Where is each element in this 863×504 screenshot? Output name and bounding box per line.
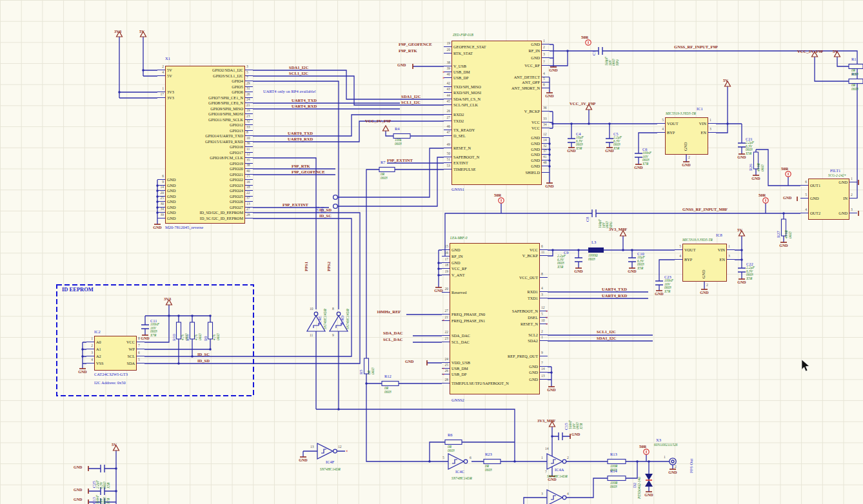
comment: 0R 0603 — [368, 367, 375, 374]
net-label[interactable]: 50R — [494, 193, 501, 197]
comment: 0R 0603 — [851, 84, 858, 91]
designator[interactable]: M20-7812045_reverse — [165, 226, 203, 230]
designator[interactable]: D2 — [633, 483, 637, 488]
net-label[interactable]: PPS2 — [326, 262, 331, 271]
net-label[interactable]: UART4_TXD — [292, 98, 317, 102]
net-label[interactable]: SDA1_I2C — [289, 65, 308, 70]
net-label[interactable]: SDA1_I2C — [597, 336, 616, 340]
comment: 4.7k 0603 — [195, 333, 202, 340]
designator[interactable]: IC4A — [555, 468, 564, 472]
net-label[interactable]: 50R — [581, 35, 588, 39]
junction-dot — [365, 382, 368, 385]
designator[interactable]: IC4F — [326, 460, 334, 465]
designator[interactable]: R9 — [204, 336, 208, 341]
error-marker: × — [442, 76, 444, 80]
comment: 10µF 6.3V 0603 X5R — [637, 256, 645, 271]
gnd-label: GND — [567, 149, 575, 153]
net-label[interactable]: 10MHz_REF — [377, 309, 401, 314]
net-label[interactable]: GNSS_RF_INPUT_F9P — [674, 44, 718, 49]
designator[interactable]: R4 — [395, 127, 400, 131]
net-label[interactable]: ID_SC — [197, 352, 210, 356]
designator[interactable]: IC4C — [455, 470, 464, 474]
gnd-label: GND — [605, 149, 613, 153]
designator[interactable]: R23 — [485, 452, 492, 457]
designator[interactable]: C1 — [592, 50, 597, 55]
junction-dot — [81, 348, 84, 351]
net-label[interactable]: F9P_RTK — [399, 48, 417, 53]
junction-dot — [577, 249, 580, 251]
gnd-label: GND — [737, 155, 746, 159]
designator[interactable]: TP2 — [315, 206, 320, 213]
comment: 49.9R 0603 — [757, 163, 764, 171]
net-label[interactable]: GNSS_RF_INPUT_M8F — [682, 207, 728, 211]
net-label[interactable]: ID_SC — [319, 213, 332, 218]
net-label[interactable]: F9P_GEOFENCE — [399, 42, 432, 46]
pin-number: 4 — [567, 492, 569, 496]
designator[interactable]: X3 — [656, 438, 661, 443]
power-port-label: 5V — [737, 228, 742, 232]
designator[interactable]: IC2 — [94, 330, 101, 334]
designator[interactable]: L3 — [591, 240, 596, 245]
net-label[interactable]: SDA1_I2C — [401, 94, 421, 99]
junction-dot — [551, 249, 554, 251]
designator[interactable]: R6 — [448, 433, 453, 438]
net-label[interactable]: ID_SD — [197, 358, 210, 363]
net-label[interactable]: SCL1_I2C — [289, 71, 308, 75]
net-label[interactable]: UART0_RXD — [288, 137, 313, 141]
comment: 1000Ω 0603 — [588, 254, 598, 261]
power-port-icon[interactable] — [620, 231, 626, 236]
wire-layer — [0, 0, 863, 504]
gnd-label: GND — [668, 470, 677, 474]
net-label[interactable]: UART4_TXD — [602, 287, 627, 291]
designator[interactable]: GNSS1 — [451, 188, 464, 192]
error-marker: × — [546, 322, 548, 326]
power-port-icon[interactable] — [383, 126, 389, 131]
junction-dot — [588, 122, 590, 125]
net-label[interactable]: F9P_GEOFENCE — [292, 170, 325, 174]
schematic-canvas[interactable]: 3GPIO2/SDA1_I2C5GPIO3/SCL1_I2C7GPIO429GP… — [0, 0, 863, 504]
net-label[interactable]: F9P_RTK — [292, 164, 310, 168]
designator[interactable]: TP1 — [321, 206, 325, 213]
net-label[interactable]: 50R — [781, 166, 788, 171]
net-label[interactable]: PPS1 — [304, 262, 308, 271]
net-label[interactable]: UART4_RXD — [602, 293, 627, 298]
gnd-label: GND — [634, 166, 642, 170]
designator[interactable]: R27 — [777, 231, 781, 238]
net-label[interactable]: F9P_EXTINT — [283, 202, 308, 207]
gnd-label: GND — [74, 488, 82, 492]
net-label[interactable]: SDA_DAC — [383, 331, 403, 335]
gnd-label: GND — [549, 68, 557, 72]
net-label[interactable]: 50R — [759, 193, 766, 197]
designator[interactable]: R7 — [381, 160, 386, 165]
junction-dot — [631, 249, 633, 251]
designator[interactable]: R12 — [384, 374, 392, 379]
net-label[interactable]: 50R — [639, 444, 646, 449]
junction-dot — [782, 212, 785, 215]
designator[interactable]: IC4E — [318, 316, 322, 325]
designator[interactable]: GNSS2 — [451, 398, 464, 403]
gnd-label: GND — [700, 291, 708, 295]
gnd-label: GND — [545, 94, 553, 98]
net-label[interactable]: SCL1_I2C — [401, 100, 421, 104]
net-label[interactable]: SCL_DAC — [383, 337, 402, 342]
gnd-label: GND — [74, 465, 82, 469]
comment: 0R 0603 — [381, 173, 388, 180]
net-label[interactable]: UART0_TXD — [288, 131, 313, 135]
net-label[interactable]: F9P_EXTINT — [387, 158, 413, 162]
designator[interactable]: X1 — [165, 57, 170, 61]
note: ID EEPROM — [62, 287, 94, 293]
designator[interactable]: R10 — [172, 334, 177, 341]
designator[interactable]: C8 — [586, 217, 590, 222]
designator[interactable]: IC1 — [697, 107, 703, 111]
designator[interactable]: FILT1 — [830, 169, 840, 173]
junction-dot — [428, 460, 431, 463]
designator[interactable]: IC8 — [716, 233, 722, 238]
net-label[interactable]: UART4_RXD — [292, 104, 317, 108]
designator[interactable]: R1 — [851, 57, 857, 62]
designator[interactable]: R26 — [749, 164, 753, 171]
designator[interactable]: IC4D — [341, 316, 345, 325]
net-label[interactable]: SCL1_I2C — [597, 329, 616, 334]
pin-number: 2 — [688, 156, 690, 160]
designator[interactable]: R13 — [610, 452, 617, 457]
designator[interactable]: R5 — [359, 369, 364, 374]
